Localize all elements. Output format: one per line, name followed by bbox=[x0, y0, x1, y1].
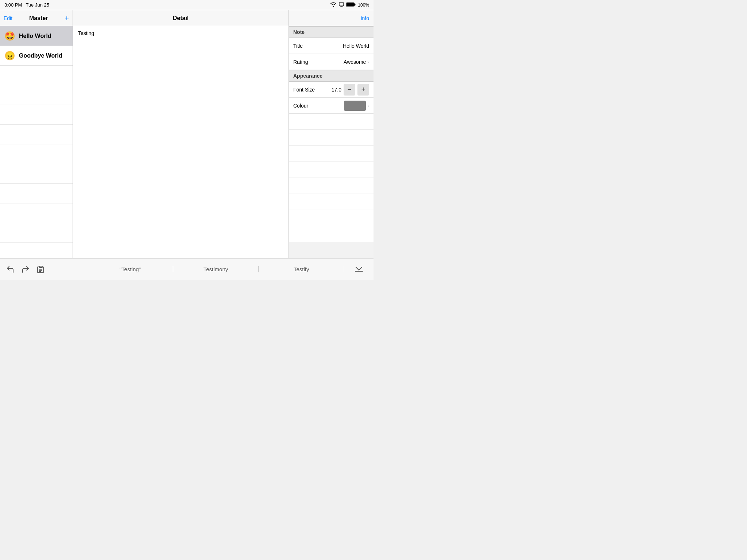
info-empty-row-6 bbox=[289, 194, 374, 210]
empty-row-7 bbox=[0, 184, 73, 203]
rating-label: Rating bbox=[293, 59, 308, 65]
rating-value: Awesome › bbox=[344, 59, 369, 65]
title-label: Title bbox=[293, 43, 303, 49]
info-empty-row-8 bbox=[289, 226, 374, 242]
rating-row[interactable]: Rating Awesome › bbox=[289, 54, 374, 70]
svg-rect-9 bbox=[39, 271, 41, 272]
master-title: Master bbox=[29, 15, 48, 22]
info-empty-row-5 bbox=[289, 178, 374, 194]
note-section-header: Note bbox=[289, 26, 374, 38]
suggestion-2-button[interactable]: Testimony bbox=[204, 266, 228, 272]
suggestion-3-section[interactable]: Testify bbox=[259, 266, 344, 272]
battery-icon bbox=[346, 2, 356, 8]
paste-button[interactable] bbox=[36, 265, 44, 273]
detail-panel: Detail bbox=[73, 10, 289, 258]
rating-chevron: › bbox=[367, 59, 369, 65]
colour-value: › bbox=[344, 101, 369, 111]
empty-row-9 bbox=[0, 223, 73, 243]
colour-label: Colour bbox=[293, 103, 308, 109]
svg-rect-1 bbox=[341, 6, 342, 7]
svg-rect-8 bbox=[39, 270, 42, 271]
empty-row-3 bbox=[0, 105, 73, 125]
detail-content[interactable] bbox=[73, 26, 289, 258]
goodbye-world-label: Goodbye World bbox=[19, 52, 62, 59]
font-size-decrease-button[interactable]: − bbox=[344, 84, 355, 96]
undo-button[interactable] bbox=[6, 265, 15, 274]
font-size-label: Font Size bbox=[293, 87, 315, 93]
font-size-row: Font Size 17.0 − + bbox=[289, 82, 374, 98]
suggestion-3-button[interactable]: Testify bbox=[294, 266, 309, 272]
colour-chevron: › bbox=[367, 103, 369, 109]
font-size-increase-button[interactable]: + bbox=[357, 84, 369, 96]
title-row: Title Hello World bbox=[289, 38, 374, 54]
redo-button[interactable] bbox=[21, 265, 30, 274]
detail-title: Detail bbox=[173, 15, 189, 22]
hello-world-emoji: 🤩 bbox=[4, 31, 15, 41]
info-empty-row-7 bbox=[289, 210, 374, 226]
info-button[interactable]: Info bbox=[361, 15, 369, 21]
master-panel: Edit Master + 🤩 Hello World 😠 Goodbye Wo… bbox=[0, 10, 73, 258]
info-empty-rows bbox=[289, 114, 374, 242]
info-empty-row-2 bbox=[289, 130, 374, 146]
bottom-bar: "Testing" Testimony Testify bbox=[0, 258, 374, 280]
note-section-title: Note bbox=[293, 29, 305, 35]
info-empty-row-3 bbox=[289, 146, 374, 162]
empty-row-2 bbox=[0, 85, 73, 105]
empty-row-1 bbox=[0, 66, 73, 85]
suggestion-1-section[interactable]: "Testing" bbox=[88, 266, 173, 272]
svg-rect-0 bbox=[339, 3, 344, 6]
master-list: 🤩 Hello World 😠 Goodbye World bbox=[0, 26, 73, 258]
app-container: Edit Master + 🤩 Hello World 😠 Goodbye Wo… bbox=[0, 10, 374, 258]
edit-button[interactable]: Edit bbox=[4, 15, 12, 21]
hello-world-label: Hello World bbox=[19, 33, 51, 39]
empty-row-5 bbox=[0, 144, 73, 164]
svg-rect-7 bbox=[39, 269, 42, 270]
status-date: Tue Jun 25 bbox=[26, 2, 49, 8]
info-content: Note Title Hello World Rating Awesome › … bbox=[289, 26, 374, 258]
empty-row-4 bbox=[0, 125, 73, 144]
svg-rect-5 bbox=[347, 3, 354, 6]
chevron-down-section[interactable] bbox=[344, 264, 374, 275]
svg-rect-4 bbox=[355, 4, 356, 5]
detail-text-input[interactable] bbox=[78, 30, 283, 36]
svg-rect-6 bbox=[39, 266, 42, 268]
colour-swatch bbox=[344, 101, 366, 111]
rating-text: Awesome bbox=[344, 59, 366, 65]
add-button[interactable]: + bbox=[65, 15, 69, 22]
appearance-section-title: Appearance bbox=[293, 73, 322, 79]
appearance-section-header: Appearance bbox=[289, 70, 374, 82]
svg-rect-2 bbox=[340, 6, 343, 7]
colour-row[interactable]: Colour › bbox=[289, 98, 374, 114]
suggestion-2-section[interactable]: Testimony bbox=[173, 266, 259, 272]
info-panel: Info Note Title Hello World Rating Aweso… bbox=[289, 10, 374, 258]
list-item-hello-world[interactable]: 🤩 Hello World bbox=[0, 26, 73, 46]
list-item-goodbye-world[interactable]: 😠 Goodbye World bbox=[0, 46, 73, 66]
font-size-controls: 17.0 − + bbox=[328, 84, 369, 96]
empty-row-8 bbox=[0, 203, 73, 223]
status-right: 100% bbox=[330, 2, 369, 8]
empty-row-10 bbox=[0, 243, 73, 258]
detail-header: Detail bbox=[73, 10, 289, 26]
master-header: Edit Master + bbox=[0, 10, 73, 26]
screen-icon bbox=[339, 2, 344, 8]
status-bar: 3:00 PM Tue Jun 25 bbox=[0, 0, 374, 10]
keyboard-dismiss-button[interactable] bbox=[354, 264, 364, 275]
title-value: Hello World bbox=[343, 43, 369, 49]
goodbye-world-emoji: 😠 bbox=[4, 51, 15, 61]
info-empty-row-1 bbox=[289, 114, 374, 130]
empty-row-6 bbox=[0, 164, 73, 184]
wifi-icon bbox=[330, 2, 337, 8]
toolbar-left bbox=[0, 265, 88, 274]
suggestion-1-button[interactable]: "Testing" bbox=[120, 266, 141, 272]
info-empty-row-4 bbox=[289, 162, 374, 178]
font-size-value: 17.0 bbox=[328, 87, 341, 93]
battery-percent: 100% bbox=[358, 3, 369, 8]
info-header: Info bbox=[289, 10, 374, 26]
status-time: 3:00 PM bbox=[4, 2, 22, 8]
